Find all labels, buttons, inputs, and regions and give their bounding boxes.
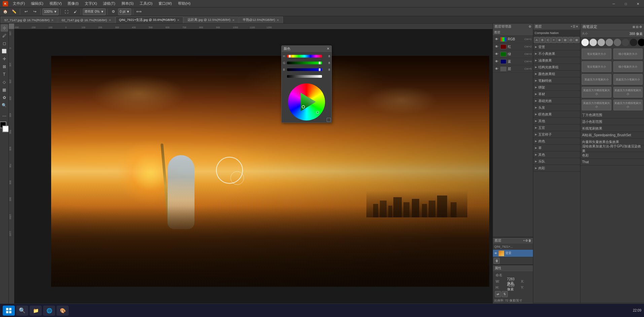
swatch-6[interactable] (630, 39, 637, 46)
close-button[interactable]: ✕ (632, 0, 644, 7)
tab-3-close[interactable]: ✕ (232, 19, 235, 22)
maximize-button[interactable]: □ (620, 0, 632, 7)
text-tool[interactable]: T (1, 71, 8, 78)
tab-1-close[interactable]: ✕ (109, 19, 111, 22)
active-layer-row[interactable]: 👁 背景 (493, 250, 533, 257)
layer-tool-2[interactable]: B (540, 37, 545, 43)
color-panel-close[interactable]: ✕ (327, 47, 329, 50)
swatch-7[interactable] (638, 39, 644, 46)
layer-item-8[interactable]: ▶ 基础光效 (533, 98, 580, 104)
layer-icon-btn-1[interactable]: 🗑 (494, 258, 500, 264)
layer-tool-1[interactable]: A (534, 37, 539, 43)
layer-item-14[interactable]: ▶ 肉色 (533, 138, 580, 145)
tab-3[interactable]: 远距离.jpg @ 12.5%(RGB/8#) ✕ (184, 16, 238, 23)
layers-list-add[interactable]: + (571, 25, 572, 28)
layer-item-18[interactable]: ▶ 肉彩 (533, 165, 580, 172)
zoom-tool[interactable]: 🔍 (1, 102, 8, 109)
channel-red-eye[interactable]: 👁 (494, 44, 499, 49)
menu-view[interactable]: 视图(V) (47, 0, 65, 7)
channel-blue-eye[interactable]: 👁 (494, 59, 499, 64)
gradient-tool[interactable]: ▦ (1, 86, 8, 94)
layer-item-2[interactable]: ▶ 油漆效果 (533, 57, 580, 64)
brush-preset-3[interactable]: 细小笔刷方大小 (613, 61, 643, 72)
flow-dropdown[interactable]: 0 pt ▼ (118, 8, 132, 15)
path-tool[interactable]: ✿ (1, 94, 8, 101)
tab-1[interactable]: 02_7147.jpg @ 16.7%(RGB/8#) ✕ (58, 16, 115, 23)
layer-tool-5[interactable]: ⊕ (557, 37, 562, 43)
canvas-image[interactable] (51, 56, 489, 287)
layers-add-icon[interactable]: + (523, 239, 525, 242)
brush-tool[interactable]: 🖊 (1, 32, 8, 39)
canvas-area[interactable]: -300 -200 -100 0 100 200 300 400 500 600… (9, 24, 493, 310)
undo-button[interactable]: ↩ (22, 8, 30, 15)
layer-item-4[interactable]: ▶ 颜色效果组 (533, 71, 580, 77)
layers-list-header[interactable]: 图层 + ☰ ✕ (533, 24, 580, 30)
layer-item-6[interactable]: ▶ 绑架 (533, 84, 580, 91)
brush-preset-6[interactable]: 英超压力方模拟笔刷大小 (582, 87, 611, 98)
transform-header[interactable]: 属性 (493, 265, 533, 271)
tab-0[interactable]: 57_7147.jpg @ 16.7%(RGB/8#) ✕ (1, 16, 58, 23)
menu-edit[interactable]: 编辑(E) (28, 0, 46, 7)
layer-item-16[interactable]: ▶ 其色 (533, 151, 580, 158)
brush-list-that[interactable]: That (580, 159, 644, 166)
taskbar-edge[interactable]: 🌐 (43, 306, 55, 316)
brush-presets-header[interactable]: 画笔设定 ⊞ ⊟ ⚙ (580, 24, 644, 30)
layer-item-0[interactable]: ▶ 背景 (533, 44, 580, 50)
taskbar-start[interactable] (3, 306, 15, 316)
taskbar-file-explorer[interactable]: 📁 (30, 306, 42, 316)
layers-list-config[interactable]: ☰ (573, 25, 575, 28)
color-small-square[interactable] (327, 118, 331, 122)
slider-h-track[interactable] (287, 55, 322, 58)
background-color[interactable] (2, 126, 9, 132)
minimize-button[interactable]: ─ (608, 0, 620, 7)
home-button[interactable]: 🏠 (1, 8, 9, 15)
channel-green[interactable]: 👁 绿 Ctrl+3 (493, 50, 533, 58)
shape-tool[interactable]: ◇ (1, 78, 8, 86)
swatch-1[interactable] (589, 39, 597, 46)
tab-0-close[interactable]: ✕ (51, 19, 54, 22)
active-layer-eye[interactable]: 👁 (494, 252, 497, 255)
channel-rgb-eye[interactable]: 👁 (494, 37, 499, 42)
taskbar-krita[interactable]: 🎨 (57, 306, 69, 316)
menu-image[interactable]: 图像(I) (65, 0, 81, 7)
layers-delete-icon[interactable]: 🗑 (528, 239, 531, 242)
layers-list-delete[interactable]: ✕ (576, 25, 578, 28)
transform-icon-1[interactable]: ⇄ (495, 291, 501, 297)
brush-list-6[interactable]: 色彩 (580, 152, 644, 159)
swatch-4[interactable] (614, 39, 621, 46)
layers-scroll-list[interactable]: ▶ 背景 ▶ 不小典效果 ▶ 油漆效果 ▶ 结构光效果组 ▶ 颜色效果组 (533, 44, 580, 303)
brush-preset-8[interactable]: 英超压力方模拟笔刷大小 (582, 100, 611, 110)
channel-blue[interactable]: 👁 蓝 Ctrl+4 (493, 58, 533, 65)
brush-list-5[interactable]: 湿绘效果加速方法-用于GPU加速渲染效果 (580, 145, 644, 152)
brush-presets-icon-2[interactable]: ⊟ (636, 25, 639, 29)
channel-green-eye[interactable]: 👁 (494, 52, 499, 57)
layer-item-13[interactable]: ▶ 五官样子 (533, 131, 580, 138)
menu-tools[interactable]: 工具(O) (137, 0, 155, 7)
layer-tool-7[interactable]: ⊡ (568, 37, 574, 43)
menu-script[interactable]: 脚本(S) (119, 0, 137, 7)
transform-icon-2[interactable]: ⇅ (502, 291, 508, 297)
layer-item-17[interactable]: ▶ 乐队 (533, 158, 580, 165)
taskbar-search[interactable]: 🔍 (16, 306, 28, 316)
brush-size-button[interactable]: 🖌 (71, 8, 79, 15)
layer-item-12[interactable]: ▶ 五官 (533, 125, 580, 131)
brush-preset-5[interactable]: 英超压力小笔刷大小 (613, 74, 643, 85)
layer-item-9[interactable]: ▶ 头发 (533, 104, 580, 111)
menu-filter[interactable]: 滤镜(T) (100, 0, 118, 7)
paint-button[interactable]: ✏️ (10, 8, 18, 15)
swatch-0[interactable] (581, 39, 589, 46)
zoom-dropdown[interactable]: 100% ▼ (42, 8, 59, 15)
channel-layer-eye[interactable]: 👁 (494, 67, 499, 71)
settings-button[interactable]: ⚙ (109, 8, 117, 15)
layer-item-15[interactable]: ▶ 草 (533, 145, 580, 151)
layers-section-header[interactable]: 图层 + ⚙ 🗑 (493, 238, 533, 244)
brush-presets-list[interactable]: 笔尖笔刷方大小 细小笔刷方大小 笔尖笔刷方大小 细小笔刷方大小 英超压力方笔刷大… (580, 47, 644, 303)
layer-item-10[interactable]: ▶ 瞑色效果 (533, 111, 580, 118)
brush-preset-2[interactable]: 笔尖笔刷方大小 (582, 61, 611, 72)
menu-help[interactable]: 帮助(H) (175, 0, 193, 7)
slider-g-track[interactable] (287, 62, 322, 64)
redo-button[interactable]: ↪ (31, 8, 39, 15)
swatch-5[interactable] (622, 39, 629, 46)
opacity-dropdown[interactable]: 透明度 0% ▼ (83, 8, 105, 15)
brush-preset-1[interactable]: 细小笔刷方大小 (613, 48, 643, 59)
